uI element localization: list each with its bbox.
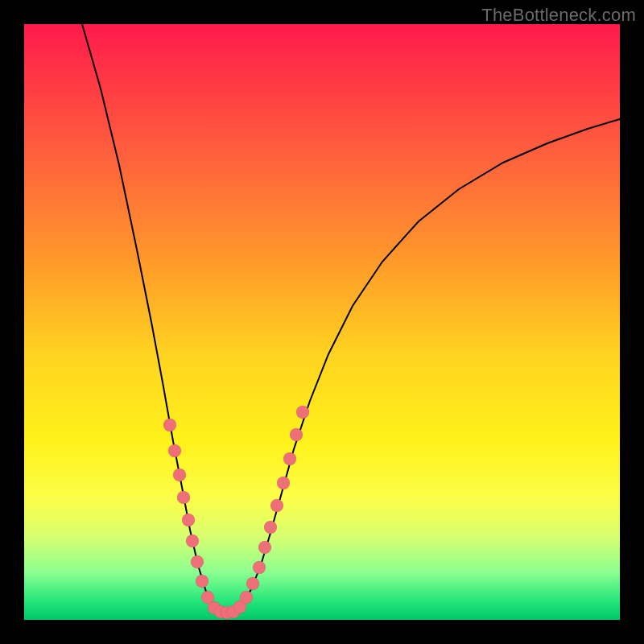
data-dot	[246, 577, 259, 590]
data-dot	[296, 406, 309, 419]
data-dot	[168, 444, 181, 457]
data-dots	[163, 406, 309, 619]
curve-left	[82, 24, 227, 613]
data-dot	[163, 419, 176, 431]
data-dot	[283, 452, 296, 465]
watermark-text: TheBottleneck.com	[481, 5, 636, 26]
data-dot	[177, 491, 190, 504]
chart-svg	[24, 24, 620, 620]
data-dot	[264, 521, 277, 534]
data-dot	[173, 469, 186, 481]
data-dot	[186, 535, 199, 547]
data-dot	[253, 561, 266, 574]
data-dot	[182, 514, 195, 526]
chart-area	[24, 24, 620, 620]
data-dot	[191, 555, 204, 568]
data-dot	[270, 499, 283, 512]
data-dot	[258, 541, 271, 554]
data-dot	[290, 428, 303, 441]
data-dot	[196, 575, 208, 588]
data-dot	[240, 591, 253, 604]
curve-right	[227, 119, 620, 613]
data-dot	[277, 477, 290, 489]
